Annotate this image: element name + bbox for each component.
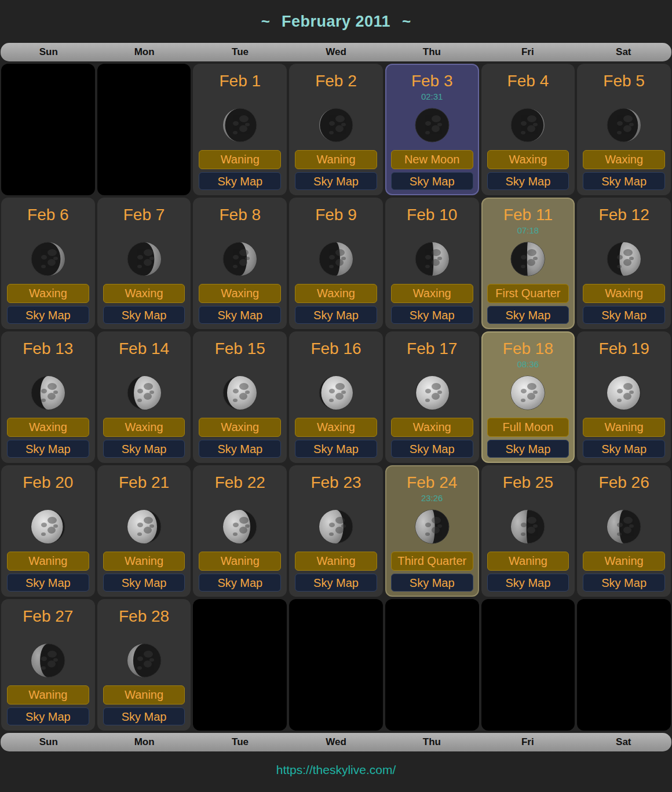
sky-map-button[interactable]: Sky Map — [7, 440, 89, 458]
moon-phase-image — [221, 107, 258, 144]
day-date-label: Feb 22 — [215, 473, 265, 492]
sky-map-button[interactable]: Sky Map — [7, 574, 89, 592]
weekday-bar-bottom: SunMonTueWedThuFriSat — [1, 733, 671, 751]
calendar-grid: Feb 1 Waning Crescent Sky Map Feb 2 — [0, 61, 672, 733]
sky-map-button[interactable]: Sky Map — [487, 306, 569, 324]
day-cell: Feb 20 Waning Gibbous Sky Map — [1, 465, 95, 597]
day-date-label: Feb 7 — [123, 206, 165, 224]
day-date-label: Feb 11 — [503, 206, 553, 224]
sky-map-button[interactable]: Sky Map — [487, 172, 569, 190]
sky-map-button[interactable]: Sky Map — [103, 440, 185, 458]
weekday-label: Thu — [384, 736, 480, 748]
day-date-label: Feb 10 — [407, 206, 457, 224]
day-cell: Feb 25 Waning Crescent Sky Map — [481, 465, 575, 597]
day-cell: Feb 22 Waning Gibbous Sky Map — [193, 465, 287, 597]
sky-map-button[interactable]: Sky Map — [583, 440, 665, 458]
sky-map-button[interactable]: Sky Map — [487, 574, 569, 592]
sky-map-button[interactable]: Sky Map — [295, 574, 377, 592]
phase-name-badge: First Quarter — [487, 284, 569, 303]
phase-name-badge: Full Moon — [487, 418, 569, 437]
empty-cell — [577, 599, 671, 731]
day-date-label: Feb 28 — [119, 607, 169, 626]
day-date-label: Feb 8 — [219, 206, 261, 224]
weekday-label: Sun — [1, 736, 96, 748]
day-date-label: Feb 2 — [315, 72, 357, 90]
sky-map-button[interactable]: Sky Map — [7, 707, 89, 725]
moon-phase-image — [509, 374, 546, 411]
moon-phase-image — [605, 508, 642, 545]
sky-map-button[interactable]: Sky Map — [199, 440, 281, 458]
sky-map-button[interactable]: Sky Map — [583, 574, 665, 592]
phase-name-badge: Waning Crescent — [7, 685, 89, 705]
day-cell: Feb 5 Waxing Crescent Sky Map — [577, 64, 671, 195]
phase-name-badge: Waxing Gibbous — [199, 418, 281, 437]
weekday-label: Sat — [576, 736, 671, 748]
moon-phase-image — [30, 240, 67, 278]
weekday-label: Mon — [96, 46, 192, 58]
day-cell: Feb 28 Waning Crescent Sky Map — [97, 599, 191, 731]
moon-phase-image — [126, 508, 163, 545]
moon-phase-image — [509, 240, 546, 278]
moon-phase-image — [605, 240, 642, 278]
moon-phase-image — [126, 374, 163, 411]
phase-name-badge: Waning Crescent — [103, 685, 185, 705]
phase-name-badge: Waning Gibbous — [199, 552, 281, 571]
day-date-label: Feb 17 — [407, 340, 457, 358]
phase-event-time: 23:26 — [421, 493, 443, 506]
footer-link[interactable]: https://theskylive.com/ — [276, 763, 396, 777]
moon-phase-image — [30, 642, 67, 679]
phase-name-badge: Waning Crescent — [487, 552, 569, 571]
day-cell: Feb 27 Waning Crescent Sky Map — [1, 599, 95, 731]
sky-map-button[interactable]: Sky Map — [295, 306, 377, 324]
sky-map-button[interactable]: Sky Map — [295, 172, 377, 190]
phase-name-badge: Waning Crescent — [199, 150, 281, 169]
sky-map-button[interactable]: Sky Map — [487, 440, 569, 458]
page-title-text: February 2011 — [282, 13, 390, 31]
phase-name-badge: Waxing Crescent — [583, 150, 665, 169]
phase-event-time: 08:36 — [517, 359, 539, 372]
moon-phase-image — [221, 508, 258, 545]
sky-map-button[interactable]: Sky Map — [391, 306, 473, 324]
sky-map-button[interactable]: Sky Map — [103, 306, 185, 324]
day-date-label: Feb 12 — [599, 206, 649, 224]
day-date-label: Feb 14 — [119, 340, 169, 358]
sky-map-button[interactable]: Sky Map — [103, 574, 185, 592]
moon-phase-image — [414, 240, 451, 278]
phase-name-badge: Waxing Crescent — [487, 150, 569, 169]
weekday-label: Tue — [192, 46, 288, 58]
sky-map-button[interactable]: Sky Map — [295, 440, 377, 458]
empty-cell — [289, 599, 383, 731]
phase-name-badge: Waning Gibbous — [7, 552, 89, 571]
sky-map-button[interactable]: Sky Map — [391, 440, 473, 458]
sky-map-button[interactable]: Sky Map — [391, 574, 473, 592]
phase-name-badge: New Moon — [391, 150, 473, 169]
sky-map-button[interactable]: Sky Map — [199, 172, 281, 190]
phase-name-badge: Third Quarter — [391, 552, 473, 571]
day-date-label: Feb 3 — [411, 72, 453, 90]
title-tilde-left: ~ — [261, 13, 270, 31]
moon-phase-image — [605, 374, 642, 411]
day-cell: Feb 9 Waxing Crescent Sky Map — [289, 198, 383, 329]
sky-map-button[interactable]: Sky Map — [199, 306, 281, 324]
moon-phase-image — [317, 508, 355, 545]
moon-phase-image — [317, 240, 355, 278]
day-date-label: Feb 18 — [503, 340, 553, 358]
sky-map-button[interactable]: Sky Map — [7, 306, 89, 324]
sky-map-button[interactable]: Sky Map — [583, 172, 665, 190]
weekday-label: Mon — [96, 736, 192, 748]
day-date-label: Feb 1 — [219, 72, 261, 90]
day-cell: Feb 24 23:26 Third Quarter Sky Map — [385, 465, 479, 597]
phase-name-badge: Waxing Gibbous — [7, 418, 89, 437]
title-tilde-right: ~ — [402, 13, 411, 31]
phase-event-time: 07:18 — [517, 225, 539, 238]
sky-map-button[interactable]: Sky Map — [103, 707, 185, 725]
sky-map-button[interactable]: Sky Map — [583, 306, 665, 324]
moon-phase-image — [414, 374, 451, 411]
sky-map-button[interactable]: Sky Map — [391, 172, 473, 190]
phase-name-badge: Waxing Gibbous — [583, 284, 665, 303]
sky-map-button[interactable]: Sky Map — [199, 574, 281, 592]
empty-cell — [193, 599, 287, 731]
day-cell: Feb 2 Waning Crescent Sky Map — [289, 64, 383, 195]
moon-phase-image — [221, 240, 258, 278]
day-cell: Feb 13 Waxing Gibbous Sky Map — [1, 331, 95, 463]
